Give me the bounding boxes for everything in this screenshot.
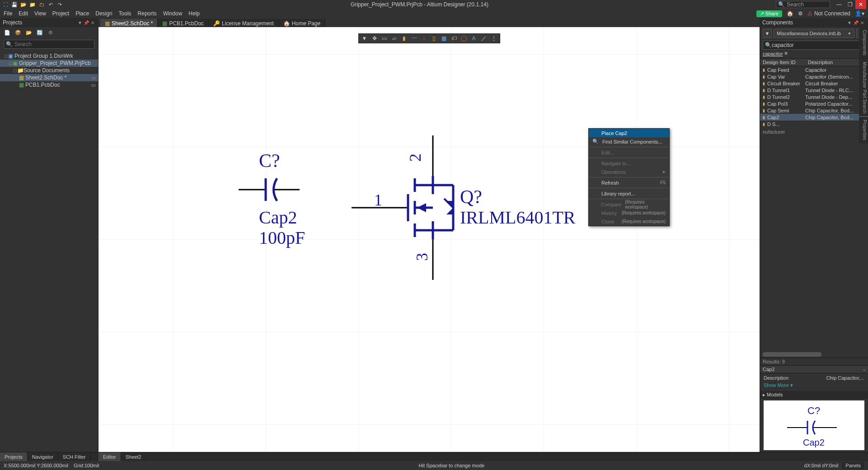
- tree-doc-sheet2[interactable]: ▦Sheet2.SchDoc *▭: [0, 74, 98, 81]
- panel-pin-icon[interactable]: 📌: [83, 20, 89, 25]
- show-more-link[interactable]: Show More ▾: [760, 382, 868, 391]
- move-icon[interactable]: ✥: [370, 34, 380, 42]
- doc-tab-license[interactable]: 🔑License Management: [209, 19, 279, 28]
- component-row[interactable]: ▮Cap SemiChip Capacitor, Bod...: [760, 107, 868, 114]
- projects-search-input[interactable]: [14, 41, 92, 47]
- side-tab-components[interactable]: Components: [859, 27, 868, 58]
- align-left-icon[interactable]: ▮: [399, 34, 409, 42]
- context-menu-item[interactable]: 🔍Find Similar Components...: [589, 137, 669, 146]
- context-menu-item[interactable]: Library report...: [589, 189, 669, 198]
- menu-tools[interactable]: Tools: [119, 10, 131, 17]
- component-search-input[interactable]: [772, 42, 859, 48]
- projects-search[interactable]: 🔍: [4, 40, 94, 49]
- doc-tab-sheet2[interactable]: ▦Sheet2.SchDoc *: [100, 19, 158, 28]
- search-chip[interactable]: capacitor✕: [763, 51, 865, 56]
- proj-folder-icon[interactable]: 📂: [25, 29, 33, 36]
- bottom-tab-editor[interactable]: Editor: [99, 452, 121, 461]
- side-tab-properties[interactable]: Properties: [859, 117, 868, 143]
- schematic-canvas[interactable]: ▼ ✥ ▭ ▱ ▮ 〰 ↓ ▯ ▦ 🏷 ◯ A ／ ⋮ C: [99, 27, 760, 452]
- menu-edit[interactable]: Edit: [19, 10, 28, 17]
- comp-close-icon[interactable]: ✕: [859, 20, 865, 25]
- close-button[interactable]: ✕: [855, 0, 866, 9]
- title-search[interactable]: 🔍 Search: [776, 1, 830, 8]
- library-select[interactable]: Miscellaneous Devices.IntLib▼: [774, 29, 854, 38]
- doc-tab-pcb1[interactable]: ▦PCB1.PcbDoc: [158, 19, 209, 28]
- select-icon[interactable]: ▭: [380, 34, 389, 42]
- menu-file[interactable]: File: [4, 10, 12, 17]
- connection-status[interactable]: ⚠Not Connected: [807, 10, 850, 17]
- grid-icon[interactable]: ▦: [439, 34, 449, 42]
- maximize-button[interactable]: ❐: [845, 0, 855, 9]
- filter-icon[interactable]: ▼: [360, 34, 370, 42]
- panel-dropdown-icon[interactable]: ▼: [77, 20, 83, 25]
- components-panel-header: Components ▼ 📌 ✕: [760, 18, 868, 27]
- open-icon[interactable]: 📂: [20, 1, 27, 8]
- undo-icon[interactable]: ↶: [47, 1, 54, 8]
- context-menu-item[interactable]: Place Cap2: [589, 129, 669, 137]
- tag-icon[interactable]: 🏷: [449, 34, 459, 42]
- menu-project[interactable]: Project: [52, 10, 69, 17]
- component-row[interactable]: ▮Cap Pol3Polarized Capacitor...: [760, 100, 868, 107]
- capacitor-symbol[interactable]: C? Cap2 100pF: [239, 154, 329, 280]
- tree-doc-pcb1[interactable]: ▦PCB1.PcbDoc▭: [0, 81, 98, 88]
- component-row[interactable]: ▮Circuit BreakerCircuit Breaker: [760, 80, 868, 87]
- menu-design[interactable]: Design: [95, 10, 112, 17]
- doc-tab-home[interactable]: 🏠Home Page: [279, 19, 325, 28]
- component-row[interactable]: ▮D Tunnel1Tunnel Diode - RLC...: [760, 87, 868, 93]
- save-icon[interactable]: 💾: [11, 1, 18, 8]
- folder-icon[interactable]: 📁: [29, 1, 36, 8]
- side-tab-manufacturer[interactable]: Manufacturer Part Search: [859, 59, 868, 116]
- bottom-tab-sheet2[interactable]: Sheet2: [121, 452, 146, 461]
- user-icon[interactable]: 👤▾: [855, 10, 864, 17]
- redo-icon[interactable]: ↷: [56, 1, 63, 8]
- qat-icon[interactable]: ⛶: [2, 1, 9, 8]
- component-row[interactable]: ▮Cap FeedCapacitor: [760, 66, 868, 73]
- minimize-button[interactable]: —: [834, 0, 845, 9]
- component-row[interactable]: ▮Cap2Chip Capacitor, Bod...: [760, 114, 868, 121]
- panel-close-icon[interactable]: ✕: [89, 20, 96, 25]
- proj-open-icon[interactable]: 📄: [4, 29, 11, 36]
- text-icon[interactable]: A: [469, 34, 479, 42]
- context-menu-item[interactable]: RefreshF5: [589, 178, 669, 187]
- proj-refresh-icon[interactable]: 🔄: [36, 29, 43, 36]
- comp-filter-button[interactable]: ▼: [763, 29, 772, 38]
- menu-help[interactable]: Help: [188, 10, 200, 17]
- circle-icon[interactable]: ◯: [459, 34, 469, 42]
- line-icon[interactable]: ／: [479, 34, 489, 42]
- tree-group[interactable]: ▢▣Project Group 1.DsnWrk: [0, 52, 98, 60]
- models-header[interactable]: ▸ Models: [760, 391, 868, 399]
- comp-pin-icon[interactable]: 📌: [853, 20, 859, 25]
- wave-icon[interactable]: 〰: [409, 34, 419, 42]
- proj-box-icon[interactable]: 📦: [14, 29, 22, 36]
- gear-icon[interactable]: ⚙: [798, 10, 803, 17]
- horizontal-scrollbar[interactable]: [763, 352, 821, 357]
- tree-project[interactable]: ▢▣Gripper_Project_PWM.PrjPcb: [0, 60, 98, 67]
- comp-dropdown-icon[interactable]: ▼: [846, 20, 853, 25]
- panels-button[interactable]: Panels: [842, 462, 864, 469]
- component-row[interactable]: ▮D S...: [760, 121, 868, 127]
- mosfet-symbol[interactable]: 1 2 3 Q? IRLML6401TR: [352, 131, 577, 284]
- preview-header[interactable]: Cap2⌵: [760, 365, 868, 373]
- component-row[interactable]: ▮D Tunnel2Tunnel Diode - Dep...: [760, 93, 868, 100]
- lasso-icon[interactable]: ▱: [389, 34, 399, 42]
- share-button[interactable]: ↗ Share: [756, 10, 782, 17]
- tree-folder[interactable]: ▢📁Source Documents: [0, 67, 98, 74]
- arrow-down-icon[interactable]: ↓: [419, 34, 429, 42]
- bottom-tab-schfilter[interactable]: SCH Filter: [58, 452, 91, 461]
- component-search[interactable]: 🔍 ▼: [763, 41, 865, 50]
- menu-reports[interactable]: Reports: [138, 10, 157, 17]
- align-icon[interactable]: ▯: [429, 34, 439, 42]
- folder2-icon[interactable]: 🗀: [38, 1, 45, 8]
- component-row[interactable]: ▮Cap VarCapacitor (Semicon...C: [760, 73, 868, 80]
- bottom-tab-navigator[interactable]: Navigator: [28, 452, 58, 461]
- menu-place[interactable]: Place: [75, 10, 89, 17]
- table-header[interactable]: Design Item ID Description F: [760, 58, 868, 66]
- home-icon[interactable]: 🏠: [787, 10, 793, 17]
- menu-view[interactable]: View: [34, 10, 46, 17]
- bottom-tab-projects[interactable]: Projects: [0, 452, 28, 461]
- more-icon[interactable]: ⋮: [489, 34, 499, 42]
- proj-gear-icon[interactable]: ⚙: [47, 29, 54, 36]
- chip-close-icon[interactable]: ✕: [784, 51, 788, 56]
- project-tree: ▢▣Project Group 1.DsnWrk ▢▣Gripper_Proje…: [0, 51, 98, 90]
- menu-window[interactable]: Window: [163, 10, 183, 17]
